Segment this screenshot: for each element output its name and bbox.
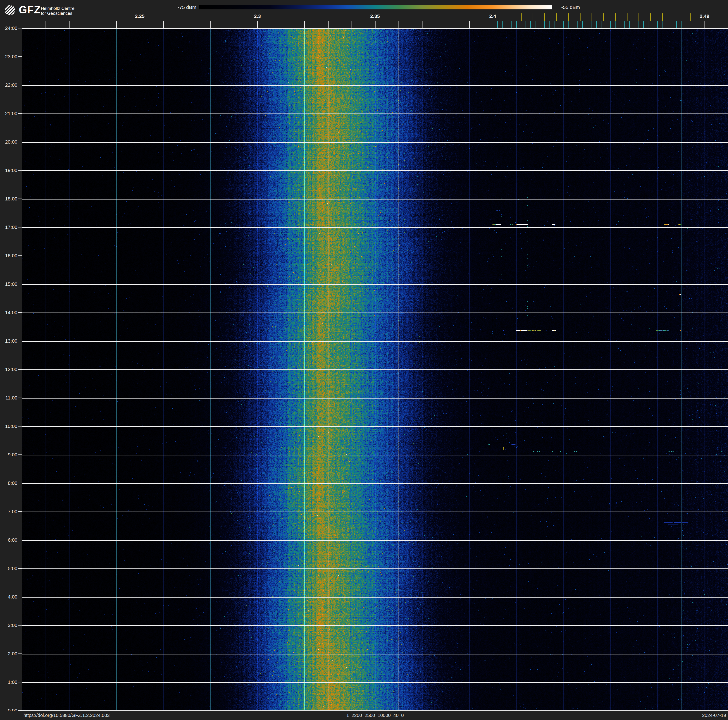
wifi-channel-tick: [580, 14, 581, 21]
time-axis-tick: [18, 256, 22, 256]
time-axis-label: 2:00: [0, 651, 17, 657]
logo-org-line2: for Geosciences: [41, 11, 75, 16]
time-axis-label: 18:00: [0, 196, 17, 202]
ble-channel-tick: [653, 21, 653, 28]
logo-org-name: Helmholtz Centre for Geosciences: [41, 6, 75, 16]
freq-tick: [210, 21, 211, 28]
wifi-channel-tick: [627, 14, 627, 21]
colorbar-min-label: -75 dBm: [178, 5, 196, 10]
ble-channel-tick: [643, 21, 644, 28]
wifi-channel-tick: [521, 14, 522, 21]
time-axis-label: 23:00: [0, 54, 17, 60]
freq-tick: [375, 21, 376, 28]
ble-channel-tick: [540, 21, 540, 28]
freq-tick: [140, 21, 140, 28]
wifi-channel-tick: [568, 14, 569, 21]
time-axis-tick: [18, 369, 22, 370]
time-axis-tick: [18, 710, 22, 711]
ble-channel-tick: [587, 21, 587, 28]
time-axis-label: 22:00: [0, 82, 17, 88]
ble-channel-tick: [559, 21, 559, 28]
time-axis-tick: [18, 312, 22, 313]
time-axis-label: 17:00: [0, 224, 17, 230]
time-axis-tick: [18, 85, 22, 85]
freq-tick: [399, 21, 399, 28]
time-axis-label: 12:00: [0, 366, 17, 372]
ble-channel-tick: [620, 21, 620, 28]
freq-axis-label: 2.3: [254, 14, 261, 19]
time-axis-label: 6:00: [0, 537, 17, 543]
freq-tick: [46, 21, 46, 28]
ble-channel-tick: [497, 21, 498, 28]
time-axis-label: 1:00: [0, 679, 17, 685]
time-axis-label: 8:00: [0, 480, 17, 486]
wifi-channel-tick: [603, 14, 604, 21]
time-axis-tick: [18, 284, 22, 284]
ble-channel-tick: [563, 21, 564, 28]
ble-channel-tick: [554, 21, 554, 28]
time-axis-label: 13:00: [0, 338, 17, 344]
ble-channel-tick: [511, 21, 512, 28]
spectrogram-canvas: [22, 28, 728, 711]
time-axis-label: 24:00: [0, 25, 17, 31]
time-axis-label: 21:00: [0, 110, 17, 116]
freq-axis-label: 2.4: [489, 14, 496, 19]
ble-channel-tick: [530, 21, 531, 28]
freq-tick: [281, 21, 281, 28]
gfz-logo-icon: [5, 5, 15, 15]
time-axis-tick: [18, 227, 22, 227]
doi-link: https://doi.org/10.5880/GFZ.1.2.2024.003: [23, 713, 110, 718]
wifi-channel-tick: [592, 14, 592, 21]
ble-channel-tick: [610, 21, 611, 28]
time-axis-tick: [18, 398, 22, 398]
ble-channel-tick: [634, 21, 634, 28]
freq-axis-label: 2.35: [370, 14, 380, 19]
ble-channel-tick: [639, 21, 639, 28]
ble-channel-tick: [573, 21, 573, 28]
freq-tick: [187, 21, 187, 28]
freq-tick: [422, 21, 422, 28]
ble-channel-tick: [507, 21, 507, 28]
spectrogram-monitor-page: GFZ Helmholtz Centre for Geosciences -75…: [0, 0, 728, 720]
ble-channel-tick: [648, 21, 648, 28]
freq-tick: [69, 21, 69, 28]
freq-tick: [328, 21, 329, 28]
time-axis-label: 9:00: [0, 452, 17, 458]
time-axis-tick: [18, 682, 22, 682]
time-axis-label: 4:00: [0, 594, 17, 600]
time-axis-label: 11:00: [0, 395, 17, 401]
wifi-channel-tick: [615, 14, 616, 21]
time-axis-tick: [18, 57, 22, 57]
wifi-channel-tick: [544, 14, 545, 21]
freq-tick: [469, 21, 470, 28]
logo-org-line1: Helmholtz Centre: [41, 6, 75, 11]
freq-axis-label: 2.25: [135, 14, 145, 19]
ble-channel-tick: [568, 21, 569, 28]
time-axis-tick: [18, 455, 22, 455]
ble-channel-tick: [601, 21, 601, 28]
colorbar-max-label: -55 dBm: [561, 5, 580, 10]
ble-channel-tick: [681, 21, 682, 28]
ble-channel-tick: [521, 21, 522, 28]
time-axis-label: 5:00: [0, 565, 17, 571]
wifi-channel-tick: [556, 14, 557, 21]
ble-channel-tick: [582, 21, 583, 28]
time-axis-tick: [18, 597, 22, 597]
freq-axis-label: 2.49: [700, 14, 710, 19]
freq-tick: [93, 21, 93, 28]
time-axis-label: 19:00: [0, 167, 17, 173]
time-axis-tick: [18, 341, 22, 341]
wifi-channel-tick: [532, 14, 533, 21]
time-axis-label: 15:00: [0, 281, 17, 287]
ble-channel-tick: [502, 21, 503, 28]
freq-tick: [446, 21, 446, 28]
ble-channel-tick: [671, 21, 672, 28]
time-axis-tick: [18, 568, 22, 569]
time-axis-tick: [18, 426, 22, 426]
ble-channel-tick: [592, 21, 592, 28]
date-label: 2024-07-19: [702, 713, 726, 718]
ble-channel-tick: [549, 21, 549, 28]
freq-tick: [352, 21, 352, 28]
ble-channel-tick: [624, 21, 625, 28]
time-axis-tick: [18, 540, 22, 540]
